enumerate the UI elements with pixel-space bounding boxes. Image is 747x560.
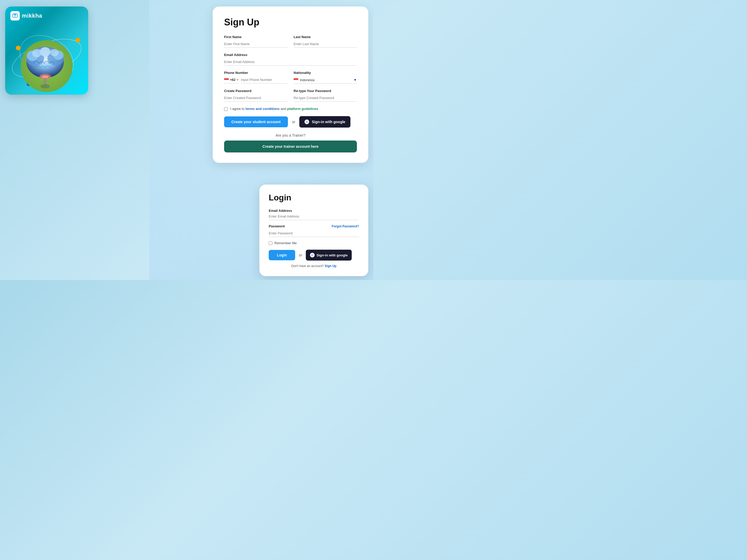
phone-input-row: +62 ▼: [224, 76, 287, 83]
svg-point-16: [50, 49, 59, 56]
login-action-row: Login or G Sign-in with google: [269, 250, 359, 261]
last-name-group: Last Name: [293, 35, 357, 48]
phone-prefix[interactable]: +62 ▼: [224, 76, 239, 83]
create-trainer-button[interactable]: Create your trainer account here: [224, 140, 357, 153]
signup-card: Sign Up First Name Last Name Email Addre…: [213, 6, 368, 163]
phone-prefix-arrow: ▼: [236, 79, 239, 81]
phone-input[interactable]: [241, 76, 287, 83]
email-input[interactable]: [224, 58, 357, 65]
nationality-label: Nationality: [293, 71, 357, 75]
remember-label: Remember Me: [275, 241, 297, 245]
brain-illustration: [18, 37, 75, 89]
login-title: Login: [269, 193, 359, 203]
svg-point-17: [40, 47, 50, 56]
email-row: Email Address: [224, 53, 357, 65]
nationality-flag: [293, 78, 298, 81]
trainer-section: Are you a Trainer? Create your trainer a…: [224, 133, 357, 153]
terms-link[interactable]: terms and conditions: [246, 107, 280, 111]
nationality-select[interactable]: Indonesia ▼: [293, 76, 357, 84]
illustration-card: mikkha: [5, 6, 88, 95]
login-email-input[interactable]: [269, 213, 359, 220]
remember-row: Remember Me: [269, 241, 359, 245]
platform-guidelines-link[interactable]: platform guidelines: [287, 107, 318, 111]
login-password-input[interactable]: [269, 230, 359, 237]
google-icon-login: G: [310, 253, 315, 258]
login-password-group: Password Forgot Password?: [269, 224, 359, 237]
remember-checkbox[interactable]: [269, 241, 272, 245]
orbit-container: [5, 20, 88, 95]
phone-group: Phone Number +62 ▼: [224, 71, 287, 84]
google-icon: G: [305, 119, 309, 124]
login-card: Login Email Address Password Forgot Pass…: [259, 185, 368, 276]
go-to-signup-link[interactable]: Sign Up: [325, 264, 336, 268]
nationality-group: Nationality Indonesia ▼: [293, 71, 357, 84]
brand-logo: mikkha: [10, 11, 42, 21]
svg-point-13: [32, 49, 42, 57]
create-password-label: Create Password: [224, 89, 287, 93]
login-or-separator: or: [299, 253, 302, 257]
login-google-button[interactable]: G Sign-in with google: [306, 250, 352, 261]
login-button[interactable]: Login: [269, 250, 295, 260]
no-account-text: Don't have an account?: [291, 264, 324, 268]
action-row: Create your student account or G Sign-in…: [224, 116, 357, 128]
email-group: Email Address: [224, 53, 357, 65]
signup-title: Sign Up: [224, 17, 357, 28]
last-name-input[interactable]: [293, 41, 357, 48]
login-email-label: Email Address: [269, 209, 292, 213]
create-password-input[interactable]: [224, 95, 287, 102]
nationality-value: Indonesia: [300, 78, 352, 82]
dropdown-arrow-icon: ▼: [353, 78, 357, 82]
phone-nationality-row: Phone Number +62 ▼ Nationality: [224, 71, 357, 84]
no-account-row: Don't have an account? Sign Up: [269, 264, 359, 268]
or-separator: or: [292, 120, 295, 124]
svg-point-5: [76, 38, 80, 43]
retype-password-input[interactable]: [293, 95, 357, 102]
terms-text: I agree to terms and conditions and plat…: [230, 107, 318, 111]
last-name-label: Last Name: [293, 35, 357, 39]
logo-icon: [10, 11, 20, 21]
email-label: Email Address: [224, 53, 357, 57]
login-label-row: Password Forgot Password?: [269, 224, 359, 228]
trainer-question: Are you a Trainer?: [224, 133, 357, 137]
create-student-button[interactable]: Create your student account: [224, 116, 288, 127]
login-email-group: Email Address: [269, 208, 359, 220]
terms-row: I agree to terms and conditions and plat…: [224, 107, 357, 111]
create-password-group: Create Password: [224, 89, 287, 102]
name-row: First Name Last Name: [224, 35, 357, 48]
phone-label: Phone Number: [224, 71, 287, 75]
retype-password-label: Re-type Your Password: [293, 89, 357, 93]
forgot-password-link[interactable]: Forgot Password?: [332, 224, 359, 228]
first-name-input[interactable]: [224, 41, 287, 48]
indonesia-flag: [224, 78, 229, 81]
first-name-label: First Name: [224, 35, 287, 39]
brand-name: mikkha: [22, 12, 42, 19]
login-password-label: Password: [269, 224, 285, 228]
first-name-group: First Name: [224, 35, 287, 48]
svg-point-9: [41, 84, 50, 88]
google-signin-button[interactable]: G Sign-in with google: [299, 116, 351, 128]
terms-checkbox[interactable]: [224, 107, 228, 111]
password-row: Create Password Re-type Your Password: [224, 89, 357, 102]
retype-password-group: Re-type Your Password: [293, 89, 357, 102]
